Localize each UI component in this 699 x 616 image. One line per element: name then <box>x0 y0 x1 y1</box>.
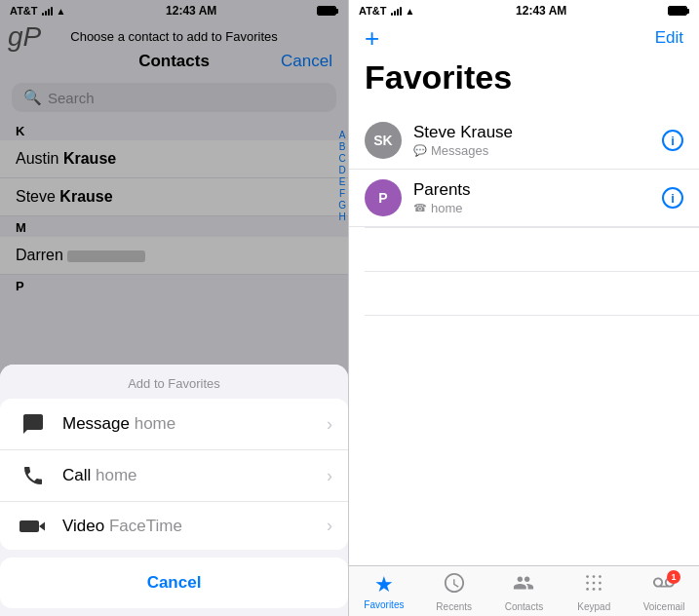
tab-voicemail[interactable]: 1 Voicemail <box>629 572 699 612</box>
video-label: Video FaceTime <box>62 517 327 536</box>
svg-point-6 <box>586 588 589 591</box>
voicemail-badge: 1 <box>667 570 680 584</box>
list-divider-1 <box>365 227 699 228</box>
right-wifi-icon: ▲ <box>406 6 415 17</box>
tab-contacts[interactable]: Contacts <box>489 572 560 612</box>
call-icon <box>16 464 51 487</box>
favorite-item-steve-krause[interactable]: SK Steve Krause 💬 Messages i <box>349 112 699 170</box>
right-time: 12:43 AM <box>516 4 566 18</box>
favorite-sub-label-sk: Messages <box>431 143 488 158</box>
favorite-info-steve-krause: Steve Krause 💬 Messages <box>413 123 662 158</box>
phone-icon: ☎ <box>413 202 427 214</box>
svg-point-1 <box>593 575 596 578</box>
tab-recents[interactable]: Recents <box>419 572 489 612</box>
modal-option-message[interactable]: Message home › <box>0 399 348 450</box>
list-divider-3 <box>365 315 699 316</box>
favorite-item-parents[interactable]: P Parents ☎ home i <box>349 170 699 227</box>
edit-favorites-button[interactable]: Edit <box>655 28 683 48</box>
right-signal-icon <box>391 6 402 16</box>
list-divider-2 <box>365 271 699 272</box>
add-to-favorites-sheet: Add to Favorites Message home › <box>0 365 348 616</box>
call-label: Call home <box>62 466 327 485</box>
message-chevron-icon: › <box>327 414 332 435</box>
messages-icon: 💬 <box>413 144 427 157</box>
video-chevron-icon: › <box>327 516 332 536</box>
contacts-tab-icon <box>513 572 534 599</box>
modal-overlay: Add to Favorites Message home › <box>0 0 348 616</box>
avatar-parents: P <box>365 179 402 216</box>
favorites-title: Favorites <box>349 58 699 112</box>
tab-favorites[interactable]: ★ Favorites <box>349 572 419 612</box>
favorites-list: SK Steve Krause 💬 Messages i P Parents ☎… <box>349 112 699 565</box>
right-status-left: AT&T ▲ <box>359 5 414 17</box>
video-icon <box>16 518 51 535</box>
tab-bar: ★ Favorites Recents Contacts <box>349 565 699 616</box>
message-icon <box>16 412 51 436</box>
favorite-sub-parents: ☎ home <box>413 201 662 215</box>
right-status-right <box>668 6 689 16</box>
voicemail-tab-label: Voicemail <box>643 601 685 612</box>
favorites-header: + Edit <box>349 21 699 58</box>
modal-option-video[interactable]: Video FaceTime › <box>0 502 348 550</box>
call-sub: home <box>96 466 137 484</box>
tab-keypad[interactable]: Keypad <box>559 572 629 612</box>
modal-title: Add to Favorites <box>0 365 348 399</box>
svg-point-7 <box>593 588 596 591</box>
voicemail-badge-container: 1 <box>653 572 675 599</box>
call-chevron-icon: › <box>327 466 332 486</box>
keypad-tab-icon <box>583 572 604 599</box>
favorite-name-steve-krause: Steve Krause <box>413 123 662 142</box>
svg-point-2 <box>599 575 602 578</box>
left-panel: AT&T ▲ 12:43 AM gP Choose a contact to a… <box>0 0 349 616</box>
info-button-steve-krause[interactable]: i <box>662 130 683 151</box>
right-carrier: AT&T <box>359 5 387 17</box>
favorites-tab-label: Favorites <box>364 599 404 610</box>
add-favorite-button[interactable]: + <box>365 25 379 51</box>
recents-tab-icon <box>444 572 465 599</box>
svg-point-3 <box>586 582 589 585</box>
contacts-tab-label: Contacts <box>505 601 543 612</box>
right-status-bar: AT&T ▲ 12:43 AM <box>349 0 699 21</box>
video-sub: FaceTime <box>109 517 182 535</box>
modal-options-list: Message home › Call home › <box>0 399 348 550</box>
svg-point-5 <box>599 582 602 585</box>
recents-tab-label: Recents <box>436 601 472 612</box>
message-sub: home <box>135 414 176 433</box>
favorite-name-parents: Parents <box>413 180 662 200</box>
svg-point-0 <box>586 575 589 578</box>
svg-point-8 <box>599 588 602 591</box>
keypad-tab-label: Keypad <box>577 601 610 612</box>
favorite-info-parents: Parents ☎ home <box>413 180 662 215</box>
svg-point-4 <box>593 582 596 585</box>
right-battery-icon <box>668 6 689 16</box>
modal-option-call[interactable]: Call home › <box>0 450 348 502</box>
favorite-sub-label-parents: home <box>431 201 463 215</box>
info-button-parents[interactable]: i <box>662 187 683 209</box>
modal-cancel-button[interactable]: Cancel <box>0 558 348 608</box>
right-panel: AT&T ▲ 12:43 AM + Edit Favorites SK <box>349 0 699 616</box>
favorite-sub-steve-krause: 💬 Messages <box>413 143 662 158</box>
message-label: Message home <box>62 414 327 434</box>
favorites-tab-icon: ★ <box>374 572 394 597</box>
avatar-steve-krause: SK <box>365 122 402 159</box>
